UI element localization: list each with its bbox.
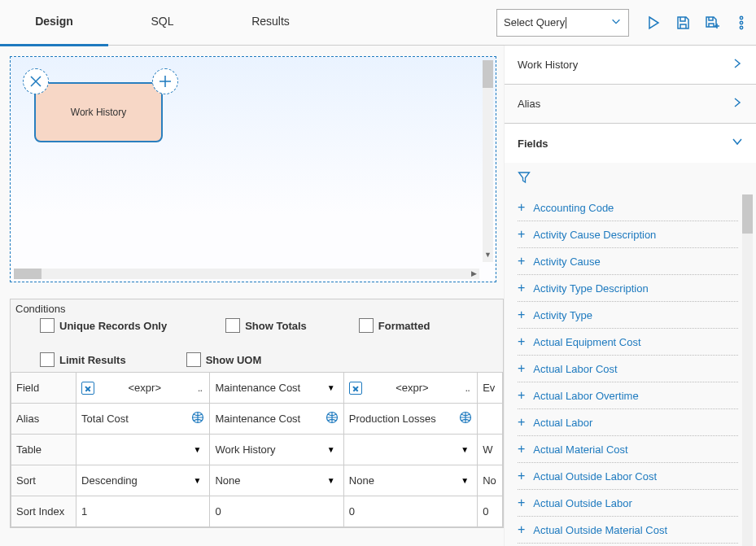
- field-cell[interactable]: <expr>..: [76, 373, 210, 404]
- show-uom-checkbox[interactable]: [186, 352, 201, 367]
- field-name: Actual Outside Labor Cost: [533, 470, 657, 483]
- top-bar: Design SQL Results Select Query: [0, 0, 756, 46]
- fields-v-scrollbar[interactable]: [742, 194, 753, 546]
- field-name: Activity Type Description: [533, 282, 648, 295]
- row-header-table: Table: [11, 435, 76, 465]
- dropdown-icon[interactable]: ▼: [461, 445, 472, 454]
- alias-cell[interactable]: Total Cost: [76, 404, 210, 435]
- field-item[interactable]: +Actual Outside Labor Cost: [518, 463, 738, 490]
- field-item[interactable]: +Activity Type: [518, 302, 738, 329]
- left-column: Work History ▼ ▶ Conditions: [0, 46, 504, 546]
- field-item[interactable]: +Actual Material Cost: [518, 436, 738, 463]
- save-button[interactable]: [668, 8, 697, 37]
- field-name: Accounting Code: [533, 202, 614, 214]
- field-item[interactable]: +Actual Labor: [518, 409, 738, 436]
- dropdown-icon[interactable]: ▼: [193, 445, 204, 454]
- alias-cell[interactable]: [478, 404, 503, 435]
- plus-icon: +: [518, 334, 525, 349]
- plus-icon: +: [518, 388, 525, 403]
- scroll-right-icon[interactable]: ▶: [468, 269, 479, 279]
- plus-icon: +: [518, 415, 525, 430]
- field-name: Activity Cause Description: [533, 229, 656, 241]
- unique-records-checkbox[interactable]: [40, 318, 55, 333]
- table-cell[interactable]: Work History▼: [210, 435, 343, 465]
- field-item[interactable]: +Activity Cause: [518, 248, 738, 275]
- alias-cell[interactable]: Production Losses: [343, 404, 477, 435]
- table-cell[interactable]: W: [478, 435, 503, 465]
- sortindex-cell[interactable]: 0: [478, 496, 503, 527]
- sortindex-cell[interactable]: 0: [343, 496, 477, 527]
- canvas-v-scrollbar[interactable]: ▼: [483, 60, 493, 262]
- field-item[interactable]: +Activity Type Description: [518, 275, 738, 302]
- scroll-down-icon[interactable]: ▼: [483, 251, 493, 262]
- field-item[interactable]: +Actual Outside Labor: [518, 490, 738, 517]
- formatted-checkbox[interactable]: [359, 318, 374, 333]
- ellipsis-icon[interactable]: ..: [194, 382, 204, 394]
- plus-icon: +: [518, 254, 525, 269]
- scrollbar-thumb[interactable]: [483, 60, 493, 88]
- field-item[interactable]: +Actual Labor Cost: [518, 356, 738, 382]
- dropdown-icon[interactable]: ▼: [327, 476, 339, 485]
- scrollbar-thumb[interactable]: [14, 269, 42, 279]
- show-totals-checkbox[interactable]: [225, 318, 240, 333]
- dropdown-icon[interactable]: ▼: [193, 476, 204, 485]
- table-cell[interactable]: ▼: [76, 435, 210, 465]
- section-fields[interactable]: Fields: [505, 124, 756, 163]
- field-name: Actual Outside Material Cost: [533, 524, 667, 536]
- design-canvas[interactable]: Work History ▼ ▶: [10, 56, 496, 282]
- field-name: Actual Labor Overtime: [533, 390, 638, 402]
- conditions-title: Conditions: [11, 299, 503, 317]
- sortindex-cell[interactable]: 1: [76, 496, 210, 527]
- row-header-field: Field: [11, 373, 76, 404]
- field-item[interactable]: +Actual Labor Overtime: [518, 382, 738, 409]
- plus-icon: +: [518, 200, 525, 215]
- canvas-h-scrollbar[interactable]: ▶: [14, 269, 479, 279]
- ellipsis-icon[interactable]: ..: [462, 382, 472, 394]
- sort-cell[interactable]: None▼: [210, 465, 343, 496]
- canvas-node-label: Work History: [71, 107, 126, 118]
- dropdown-icon[interactable]: ▼: [327, 445, 339, 454]
- section-work-history[interactable]: Work History: [505, 46, 756, 85]
- select-query-dropdown[interactable]: Select Query: [496, 9, 629, 37]
- section-alias[interactable]: Alias: [505, 85, 756, 124]
- canvas-node-work-history[interactable]: Work History: [34, 82, 163, 142]
- sort-cell[interactable]: None▼: [343, 465, 477, 496]
- svg-point-0: [740, 16, 742, 19]
- clear-icon[interactable]: [81, 382, 94, 395]
- field-cell[interactable]: Maintenance Cost▼: [210, 373, 343, 404]
- tab-sql[interactable]: SQL: [108, 0, 216, 46]
- chevron-down-icon: [610, 15, 622, 29]
- sort-cell[interactable]: Descending▼: [76, 465, 210, 496]
- globe-icon[interactable]: [191, 411, 204, 426]
- chevron-right-icon: [732, 58, 743, 72]
- sortindex-cell[interactable]: 0: [210, 496, 343, 527]
- globe-icon[interactable]: [326, 411, 339, 426]
- node-add-button[interactable]: [152, 68, 178, 94]
- field-item[interactable]: +Actual Outside Material Cost: [518, 517, 738, 544]
- tab-results[interactable]: Results: [216, 0, 325, 46]
- filter-icon[interactable]: [518, 174, 531, 186]
- scrollbar-thumb[interactable]: [742, 194, 753, 234]
- field-cell[interactable]: <expr>..: [343, 373, 477, 404]
- limit-results-checkbox[interactable]: [40, 352, 55, 367]
- run-button[interactable]: [639, 8, 668, 37]
- dropdown-icon[interactable]: ▼: [461, 476, 472, 485]
- field-item[interactable]: +Accounting Code: [518, 194, 738, 221]
- field-item[interactable]: +Actual Equipment Cost: [518, 329, 738, 356]
- select-query-value: Select Query: [504, 16, 566, 29]
- plus-icon: +: [518, 469, 525, 483]
- table-cell[interactable]: ▼: [343, 435, 477, 465]
- dropdown-icon[interactable]: ▼: [327, 383, 339, 392]
- clear-icon[interactable]: [349, 382, 362, 395]
- save-as-button[interactable]: [697, 8, 727, 37]
- field-cell[interactable]: Ev: [478, 373, 503, 404]
- more-menu-button[interactable]: [727, 8, 756, 37]
- plus-icon: +: [518, 227, 525, 242]
- tab-design[interactable]: Design: [0, 0, 108, 46]
- globe-icon[interactable]: [459, 411, 472, 426]
- field-item[interactable]: +Activity Cause Description: [518, 221, 738, 248]
- alias-cell[interactable]: Maintenance Cost: [210, 404, 343, 435]
- sort-cell[interactable]: No: [478, 465, 503, 496]
- field-name: Actual Equipment Cost: [533, 336, 640, 348]
- node-remove-button[interactable]: [23, 68, 49, 94]
